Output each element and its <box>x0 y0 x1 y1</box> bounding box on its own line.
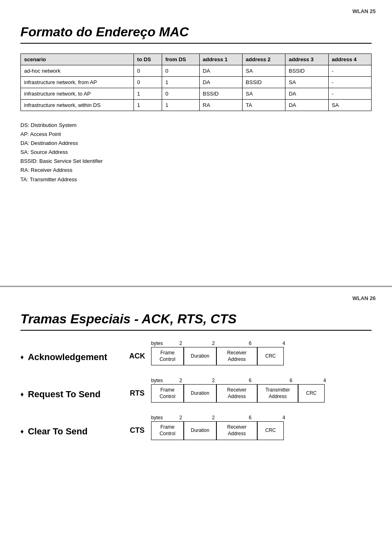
col-addr4: address 4 <box>328 54 371 65</box>
title-divider-2 <box>20 330 372 331</box>
byte-num: 2 <box>197 378 230 383</box>
table-cell: DA <box>199 65 242 77</box>
bytes-label-0: bytes <box>151 340 163 346</box>
table-cell: SA <box>328 100 371 111</box>
table-cell: infrastructure network, within DS <box>21 100 134 111</box>
legend-item: DS: Distribution System <box>20 121 372 130</box>
field-box-receiver-address: Receiver Address <box>216 421 257 440</box>
table-cell: - <box>328 88 371 100</box>
byte-num: 4 <box>271 415 297 421</box>
table-row: infrastructure network, to AP10BSSIDSADA… <box>21 88 372 100</box>
frame-item-2: ♦Clear To SendCTSbytes2264Frame ControlD… <box>20 415 372 440</box>
slide-1: WLAN 25 Formato do Endereço MAC scenario… <box>0 0 392 287</box>
slide-2-title: Tramas Especiais - ACK, RTS, CTS <box>20 311 372 327</box>
table-cell: TA <box>242 100 285 111</box>
table-cell: 1 <box>134 88 162 100</box>
table-cell: ad-hoc network <box>21 65 134 77</box>
byte-num: 2 <box>197 340 230 346</box>
slide-2-number: WLAN 26 <box>352 295 376 301</box>
frame-diagram-1: bytes22664Frame ControlDurationReceiver … <box>151 378 338 403</box>
frame-section-2: ♦Clear To SendCTSbytes2264Frame ControlD… <box>20 415 372 440</box>
field-box-frame-control: Frame Control <box>151 347 184 365</box>
table-cell: BSSID <box>199 88 242 100</box>
field-box-frame-control: Frame Control <box>151 421 184 440</box>
table-cell: DA <box>285 88 328 100</box>
bytes-row-1: bytes22664 <box>151 378 338 383</box>
table-row: ad-hoc network00DASABSSID- <box>21 65 372 77</box>
table-row: infrastructure network, within DS11RATAD… <box>21 100 372 111</box>
field-box-duration: Duration <box>184 384 216 403</box>
table-cell: infrastructure network, from AP <box>21 77 134 88</box>
table-cell: - <box>328 77 371 88</box>
col-addr2: address 2 <box>242 54 285 65</box>
legend-item: TA: Transmitter Address <box>20 175 372 184</box>
field-box-frame-control: Frame Control <box>151 384 184 403</box>
slide-1-number: WLAN 25 <box>352 8 376 14</box>
fields-row-0: Frame ControlDurationReceiver AddressCRC <box>151 347 297 365</box>
table-cell: RA <box>199 100 242 111</box>
frame-label-2: ♦Clear To Send <box>20 415 127 437</box>
legend: DS: Distribution SystemAP: Access PointD… <box>20 121 372 184</box>
field-box-transmitter-address: Transmitter Address <box>257 384 298 403</box>
table-cell: DA <box>285 100 328 111</box>
fields-row-2: Frame ControlDurationReceiver AddressCRC <box>151 421 297 440</box>
table-cell: BSSID <box>242 77 285 88</box>
frame-abbrev-1: RTS <box>127 378 151 398</box>
col-scenario: scenario <box>21 54 134 65</box>
table-cell: 0 <box>162 65 199 77</box>
byte-num: 2 <box>165 378 197 383</box>
byte-num: 4 <box>312 378 338 383</box>
byte-num: 2 <box>165 340 197 346</box>
table-cell: 1 <box>162 100 199 111</box>
legend-item: SA: Source Address <box>20 148 372 157</box>
frame-abbrev-0: ACK <box>127 340 151 360</box>
table-cell: SA <box>285 77 328 88</box>
frame-diagram-0: bytes2264Frame ControlDurationReceiver A… <box>151 340 297 365</box>
frame-name-0: Acknowledgement <box>28 352 107 363</box>
field-box-crc: CRC <box>257 347 284 365</box>
frame-name-2: Clear To Send <box>28 426 87 437</box>
field-box-receiver-address: Receiver Address <box>216 384 257 403</box>
table-cell: DA <box>199 77 242 88</box>
bytes-label-1: bytes <box>151 378 163 383</box>
table-row: infrastructure network, from AP01DABSSID… <box>21 77 372 88</box>
frame-diagram-2: bytes2264Frame ControlDurationReceiver A… <box>151 415 297 440</box>
legend-item: AP: Access Point <box>20 130 372 139</box>
bullet-icon: ♦ <box>20 354 24 361</box>
byte-num: 6 <box>230 415 271 421</box>
mac-address-table: scenario to DS from DS address 1 address… <box>20 53 372 111</box>
bullet-icon: ♦ <box>20 428 24 435</box>
bytes-label-2: bytes <box>151 415 163 421</box>
page: WLAN 25 Formato do Endereço MAC scenario… <box>0 0 392 554</box>
table-cell: 1 <box>134 100 162 111</box>
byte-num: 6 <box>230 340 271 346</box>
field-box-duration: Duration <box>184 347 216 365</box>
legend-item: BSSID: Basic Service Set Identifier <box>20 157 372 166</box>
byte-num: 6 <box>230 378 271 383</box>
byte-num: 2 <box>165 415 197 421</box>
legend-item: RA: Receiver Address <box>20 166 372 175</box>
table-cell: SA <box>242 88 285 100</box>
table-cell: - <box>328 65 371 77</box>
table-cell: 1 <box>162 77 199 88</box>
field-box-receiver-address: Receiver Address <box>216 347 257 365</box>
table-cell: SA <box>242 65 285 77</box>
frame-section-1: ♦Request To SendRTSbytes22664Frame Contr… <box>20 378 372 403</box>
col-addr1: address 1 <box>199 54 242 65</box>
col-fromds: from DS <box>162 54 199 65</box>
field-box-crc: CRC <box>298 384 325 403</box>
table-cell: 0 <box>162 88 199 100</box>
field-box-duration: Duration <box>184 421 216 440</box>
frame-label-0: ♦Acknowledgement <box>20 340 127 363</box>
frame-section-0: ♦AcknowledgementACKbytes2264Frame Contro… <box>20 340 372 365</box>
byte-num: 6 <box>271 378 312 383</box>
frame-item-0: ♦AcknowledgementACKbytes2264Frame Contro… <box>20 340 372 365</box>
slide-1-title: Formato do Endereço MAC <box>20 24 372 40</box>
col-addr3: address 3 <box>285 54 328 65</box>
bytes-row-2: bytes2264 <box>151 415 297 421</box>
field-box-crc: CRC <box>257 421 284 440</box>
frames-container: ♦AcknowledgementACKbytes2264Frame Contro… <box>20 340 372 440</box>
byte-num: 4 <box>271 340 297 346</box>
frame-item-1: ♦Request To SendRTSbytes22664Frame Contr… <box>20 378 372 403</box>
bullet-icon: ♦ <box>20 391 24 398</box>
